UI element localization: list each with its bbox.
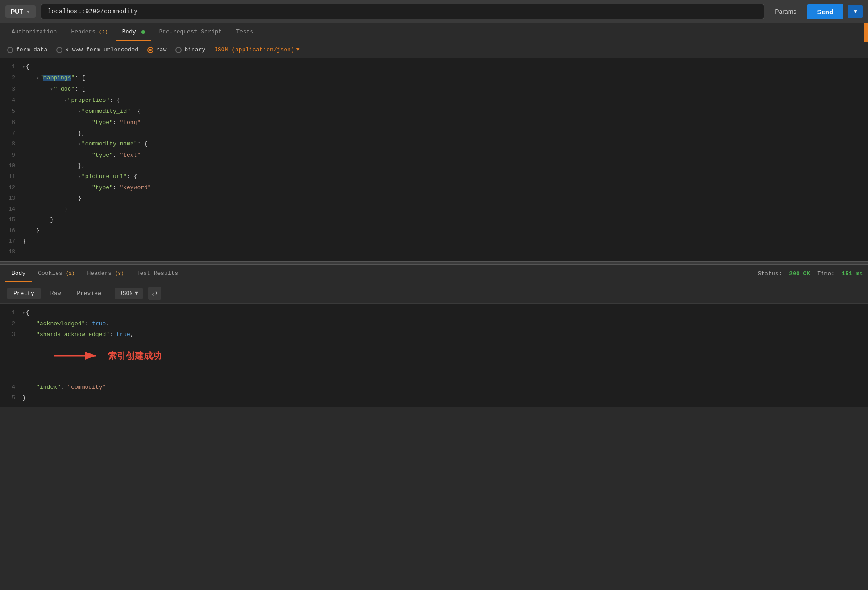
request-body-editor[interactable]: 1 ▾{ 2 ▾"mappings": { 3 ▾"_doc": { 4 ▾"p… bbox=[0, 58, 868, 261]
req-line-6: 6 "type": "long" bbox=[0, 117, 868, 128]
method-dropdown[interactable]: PUT ▼ bbox=[5, 5, 36, 18]
url-input[interactable] bbox=[41, 4, 764, 19]
time-label: Time: bbox=[817, 270, 835, 277]
raw-button[interactable]: Raw bbox=[44, 288, 67, 299]
response-status: Status: 200 OK Time: 151 ms bbox=[758, 270, 863, 277]
response-json-dropdown[interactable]: JSON ▼ bbox=[115, 288, 143, 299]
resp-tab-headers[interactable]: Headers (3) bbox=[81, 266, 130, 282]
method-chevron-icon: ▼ bbox=[26, 9, 30, 14]
form-data-option[interactable]: form-data bbox=[7, 46, 47, 53]
resp-line-2: 2 "acknowledged": true, bbox=[0, 319, 868, 329]
req-line-13: 13 } bbox=[0, 193, 868, 204]
send-dropdown-button[interactable]: ▼ bbox=[848, 5, 863, 18]
params-button[interactable]: Params bbox=[769, 5, 802, 18]
resp-line-3: 3 "shards_acknowledged": true, 索引创建成功 bbox=[0, 329, 868, 382]
req-line-16: 16 } bbox=[0, 225, 868, 236]
response-tabs-bar: Body Cookies (1) Headers (3) Test Result… bbox=[0, 265, 868, 283]
req-line-8: 8 ▾"commodity_name": { bbox=[0, 139, 868, 150]
binary-option[interactable]: binary bbox=[175, 46, 205, 53]
req-line-10: 10 }, bbox=[0, 161, 868, 171]
status-label: Status: bbox=[758, 270, 782, 277]
panel-divider bbox=[0, 261, 868, 265]
json-type-chevron-icon: ▼ bbox=[296, 46, 300, 53]
top-bar: PUT ▼ Params Send ▼ bbox=[0, 0, 868, 23]
arrow-icon bbox=[49, 349, 103, 362]
response-options-bar: Pretty Raw Preview JSON ▼ ⇄ bbox=[0, 283, 868, 304]
resp-line-4: 4 "index": "commodity" bbox=[0, 382, 868, 393]
req-line-4: 4 ▾"properties": { bbox=[0, 95, 868, 106]
req-line-5: 5 ▾"commodity_id": { bbox=[0, 106, 868, 117]
orange-accent-bar bbox=[864, 23, 868, 42]
tab-body[interactable]: Body bbox=[116, 24, 151, 41]
req-line-7: 7 }, bbox=[0, 128, 868, 139]
headers-badge: (2) bbox=[99, 29, 108, 35]
req-line-15: 15 } bbox=[0, 215, 868, 225]
raw-option[interactable]: raw bbox=[147, 46, 166, 53]
req-line-11: 11 ▾"picture_url": { bbox=[0, 171, 868, 183]
req-line-14: 14 } bbox=[0, 204, 868, 215]
pretty-button[interactable]: Pretty bbox=[7, 288, 41, 299]
resp-tab-body[interactable]: Body bbox=[5, 266, 32, 282]
send-button[interactable]: Send bbox=[807, 4, 843, 19]
urlencoded-radio[interactable] bbox=[56, 47, 62, 53]
annotation-text: 索引创建成功 bbox=[108, 351, 161, 361]
request-tabs-wrapper: Authorization Headers (2) Body Pre-reque… bbox=[0, 23, 868, 42]
request-tabs-bar: Authorization Headers (2) Body Pre-reque… bbox=[0, 23, 868, 42]
resp-line-1: 1 ▾{ bbox=[0, 307, 868, 319]
req-line-2: 2 ▾"mappings": { bbox=[0, 73, 868, 84]
body-options-bar: form-data x-www-form-urlencoded raw bina… bbox=[0, 42, 868, 58]
tab-tests[interactable]: Tests bbox=[230, 24, 260, 41]
response-body-editor: 1 ▾{ 2 "acknowledged": true, 3 "shards_a… bbox=[0, 304, 868, 407]
tab-authorization[interactable]: Authorization bbox=[5, 24, 63, 41]
resp-tab-cookies[interactable]: Cookies (1) bbox=[32, 266, 81, 282]
form-data-radio[interactable] bbox=[7, 47, 13, 53]
json-dropdown-chevron-icon: ▼ bbox=[135, 290, 138, 297]
time-value: 151 ms bbox=[842, 270, 863, 277]
req-line-12: 12 "type": "keyword" bbox=[0, 183, 868, 193]
body-dot bbox=[141, 30, 145, 34]
tab-prerequest[interactable]: Pre-request Script bbox=[153, 24, 228, 41]
binary-radio[interactable] bbox=[175, 47, 182, 53]
resp-tab-test-results[interactable]: Test Results bbox=[130, 266, 185, 282]
req-line-3: 3 ▾"_doc": { bbox=[0, 84, 868, 95]
method-label: PUT bbox=[11, 8, 23, 15]
req-line-18: 18 bbox=[0, 247, 868, 258]
resp-cookies-badge: (1) bbox=[66, 271, 75, 276]
json-type-dropdown[interactable]: JSON (application/json) ▼ bbox=[214, 46, 299, 53]
req-line-9: 9 "type": "text" bbox=[0, 150, 868, 161]
preview-button[interactable]: Preview bbox=[70, 288, 107, 299]
status-value: 200 OK bbox=[789, 270, 810, 277]
req-line-1: 1 ▾{ bbox=[0, 62, 868, 73]
arrow-annotation: 索引创建成功 bbox=[49, 349, 161, 362]
req-line-17: 17 } bbox=[0, 236, 868, 247]
resp-headers-badge: (3) bbox=[115, 271, 124, 276]
resp-line-5: 5 } bbox=[0, 393, 868, 403]
urlencoded-option[interactable]: x-www-form-urlencoded bbox=[56, 46, 138, 53]
raw-radio[interactable] bbox=[147, 47, 153, 53]
tab-headers[interactable]: Headers (2) bbox=[65, 24, 114, 41]
wrap-button[interactable]: ⇄ bbox=[148, 287, 161, 300]
